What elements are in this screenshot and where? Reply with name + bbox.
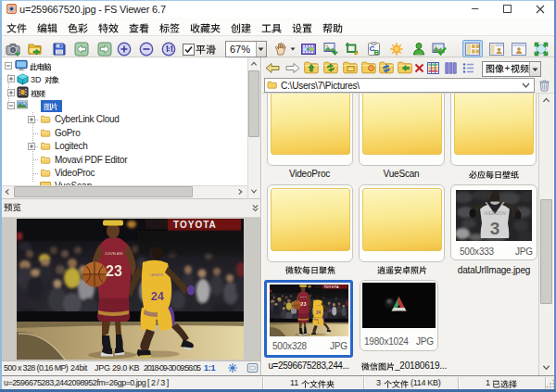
svg-text:B: B (374, 48, 380, 57)
